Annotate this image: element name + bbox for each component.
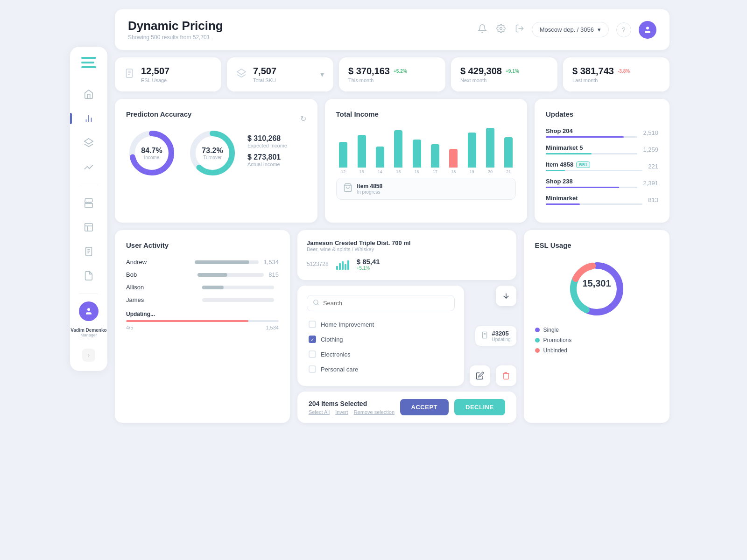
svg-point-29 xyxy=(314,300,318,304)
sidebar: Vadim Demenko Manager › xyxy=(70,47,107,371)
sidebar-user-info: Vadim Demenko Manager xyxy=(70,328,106,337)
promotions-dot xyxy=(535,338,540,343)
svg-rect-2 xyxy=(81,66,96,68)
sidebar-item-analytics[interactable] xyxy=(77,108,100,129)
sidebar-logo xyxy=(81,56,96,71)
header-icons xyxy=(478,24,524,35)
svg-marker-23 xyxy=(237,69,246,75)
accept-button[interactable]: ACCEPT xyxy=(400,399,449,415)
user-activity-card: User Activity Andrew 1,534 Bob 815 Allis… xyxy=(115,230,290,423)
esl-donut: 15,301 xyxy=(535,259,658,319)
svg-text:15,301: 15,301 xyxy=(582,278,611,288)
sidebar-item-files[interactable] xyxy=(77,266,100,286)
update-row-shop238: Shop 238 2,391 xyxy=(546,178,658,188)
logout-icon[interactable] xyxy=(515,24,524,35)
total-sku-value: 7,507 xyxy=(253,66,314,77)
checkbox-electronics[interactable] xyxy=(309,350,316,358)
remove-selection-link[interactable]: Remove selection xyxy=(354,409,395,415)
sidebar-divider-2 xyxy=(79,294,98,294)
stat-total-sku: 7,507 Total SKU ▾ xyxy=(227,57,333,91)
bell-icon[interactable] xyxy=(478,24,487,35)
header-user-avatar[interactable] xyxy=(639,21,656,39)
sidebar-item-layers[interactable] xyxy=(77,133,100,153)
search-input[interactable] xyxy=(323,300,449,307)
page-subtitle: Showing 500 results from 52,701 xyxy=(128,34,223,41)
this-month-badge: +5.2% xyxy=(394,69,407,74)
select-all-link[interactable]: Select All xyxy=(309,409,330,415)
category-home-improvement[interactable]: Home Improvement xyxy=(307,317,455,332)
stat-this-month: $ 370,163 +5.2% This month xyxy=(339,57,445,91)
category-clothing[interactable]: ✓ Clothing xyxy=(307,332,455,347)
update-minimarket-name: Minimarket xyxy=(546,195,642,202)
search-input-wrapper[interactable] xyxy=(307,295,455,311)
selected-count: 204 Items Selected xyxy=(309,400,395,407)
actual-income-label: Actual Income xyxy=(247,161,306,167)
center-column: Jameson Crested Triple Dist. 700 ml Beer… xyxy=(297,230,516,423)
esl-usage-label: ESL Usage xyxy=(141,77,169,83)
esl-legend: Single Promotions Unbinded xyxy=(535,327,658,354)
sidebar-item-documents[interactable] xyxy=(77,241,100,262)
update-row-minimarket: Minimarket 813 xyxy=(546,195,658,205)
svg-point-18 xyxy=(646,27,649,29)
refresh-icon[interactable]: ↻ xyxy=(300,114,306,123)
update-item4858-name: Item 4858 xyxy=(546,161,573,168)
this-month-amount: $ 370,163 xyxy=(348,66,390,77)
checkbox-clothing[interactable]: ✓ xyxy=(309,336,316,343)
income-bar-chart: 12 13 14 15 16 17 18 19 20 21 xyxy=(336,127,516,174)
sku-chevron-icon[interactable]: ▾ xyxy=(320,70,324,79)
income-donut: 84.7% Income xyxy=(126,127,177,179)
document-icon xyxy=(124,68,134,81)
svg-rect-0 xyxy=(81,57,96,59)
user-james: James xyxy=(126,296,197,303)
product-change: +5.1% xyxy=(357,266,380,271)
esl-usage-title: ESL Usage xyxy=(535,241,658,249)
last-month-badge: -3.8% xyxy=(618,69,630,74)
shopping-bag-icon xyxy=(343,183,352,195)
andrew-count: 1,534 xyxy=(263,259,279,266)
stats-row: 12,507 ESL Usage 7,507 Total SKU ▾ xyxy=(115,57,669,91)
sidebar-item-home[interactable] xyxy=(77,84,100,105)
last-month-amount: $ 381,743 xyxy=(572,66,614,77)
sidebar-item-reports[interactable] xyxy=(77,217,100,238)
sidebar-item-trends[interactable] xyxy=(77,157,100,177)
user-andrew: Andrew xyxy=(126,259,190,266)
sidebar-item-store[interactable] xyxy=(77,193,100,213)
category-electronics[interactable]: Electronics xyxy=(307,347,455,362)
checkbox-home-improvement[interactable] xyxy=(309,321,316,328)
svg-point-15 xyxy=(87,308,90,311)
esl-usage-card: ESL Usage 15,301 xyxy=(524,230,669,423)
product-card: Jameson Crested Triple Dist. 700 ml Beer… xyxy=(297,230,516,280)
category-personal-care[interactable]: Personal care xyxy=(307,362,455,377)
search-icon xyxy=(313,299,319,307)
decline-button[interactable]: DECLINE xyxy=(454,399,505,415)
income-pct: 84.7% xyxy=(141,147,162,155)
item-progress-name: Item 4858 xyxy=(357,183,383,189)
sidebar-user-avatar[interactable] xyxy=(79,301,99,321)
income-card: Total Income 12 13 14 15 16 17 18 19 20 … xyxy=(325,99,528,223)
next-month-amount: $ 429,308 xyxy=(460,66,502,77)
delete-button[interactable] xyxy=(496,365,516,386)
accuracy-stats: $ 310,268 Expected Income $ 273,801 Actu… xyxy=(247,134,306,172)
accuracy-title: Predicton Accuracy xyxy=(126,110,191,118)
sort-button[interactable] xyxy=(496,286,516,306)
next-month-label: Next month xyxy=(460,77,548,83)
location-selector[interactable]: Moscow dep. / 3056 ▾ xyxy=(532,22,609,37)
sidebar-collapse-arrow[interactable]: › xyxy=(82,349,95,362)
bottom-bar: 204 Items Selected Select All Invert Rem… xyxy=(297,392,516,423)
edit-button[interactable] xyxy=(470,365,490,386)
settings-icon[interactable] xyxy=(496,24,506,35)
invert-link[interactable]: Invert xyxy=(335,409,348,415)
personal-care-label: Personal care xyxy=(321,366,358,373)
search-row: Home Improvement ✓ Clothing Electronics xyxy=(297,286,516,386)
update-minimarket5-name: Minimarket 5 xyxy=(546,144,637,151)
product-id: 5123728 xyxy=(307,261,329,267)
legend-single: Single xyxy=(535,327,658,333)
help-button[interactable]: ? xyxy=(616,22,631,37)
total-sku-label: Total SKU xyxy=(253,77,314,83)
checkbox-personal-care[interactable] xyxy=(309,365,316,373)
header: Dynamic Pricing Showing 500 results from… xyxy=(115,9,669,50)
activity-row-allison: Allison xyxy=(126,284,279,291)
last-month-label: Last month xyxy=(572,77,660,83)
unbinded-label: Unbinded xyxy=(543,347,567,354)
stat-last-month: $ 381,743 -3.8% Last month xyxy=(563,57,669,91)
